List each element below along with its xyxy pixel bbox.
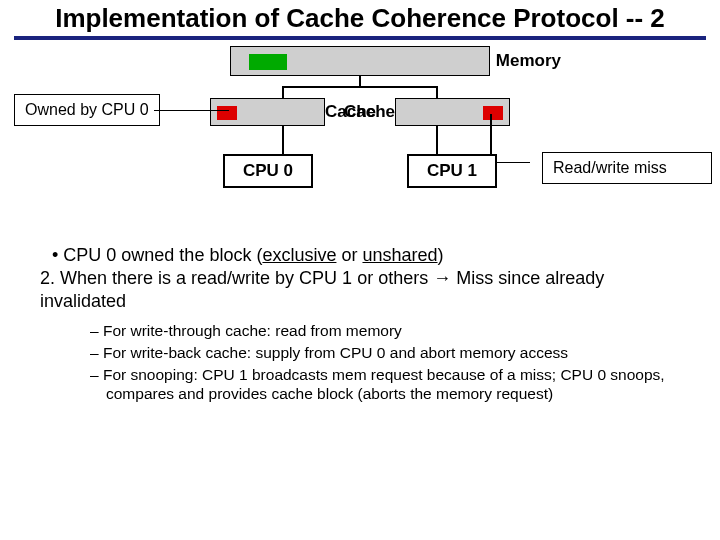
owned-block-icon xyxy=(217,106,237,120)
annotation-line xyxy=(154,110,229,112)
cache0-box: Cache xyxy=(210,98,325,126)
cpu1-box: CPU 1 xyxy=(407,154,497,188)
step-2-text-a: 2. When there is a read/write by CPU 1 o… xyxy=(40,268,433,288)
content-area: CPU 0 owned the block (exclusive or unsh… xyxy=(0,216,720,404)
cache1-label: Cache xyxy=(344,102,395,122)
miss-block-icon xyxy=(483,106,503,120)
sub-item-write-back: For write-back cache: supply from CPU 0 … xyxy=(90,343,690,363)
memory-label: Memory xyxy=(496,51,561,71)
sub-item-write-through: For write-through cache: read from memor… xyxy=(90,321,690,341)
title-underline xyxy=(14,36,706,40)
cache-row: Cache Cache xyxy=(14,98,706,126)
sub-list: For write-through cache: read from memor… xyxy=(90,321,690,404)
step-2: 2. When there is a read/write by CPU 1 o… xyxy=(40,267,690,313)
exclusive-keyword: exclusive xyxy=(262,245,336,265)
memory-row: Memory xyxy=(14,46,706,76)
bus-line xyxy=(282,86,284,98)
bus-line xyxy=(282,86,438,88)
bus-line xyxy=(359,76,361,86)
bullet-1-close: ) xyxy=(438,245,444,265)
bullet-1-text-a: CPU 0 owned the block ( xyxy=(63,245,262,265)
cpu-row: CPU 0 CPU 1 xyxy=(14,154,706,188)
bullet-1: CPU 0 owned the block (exclusive or unsh… xyxy=(52,244,690,267)
memory-box: Memory xyxy=(230,46,490,76)
unshared-keyword: unshared xyxy=(362,245,437,265)
bus-line xyxy=(436,126,438,154)
data-block-icon xyxy=(249,54,287,70)
bullet-1-or: or xyxy=(336,245,362,265)
cpu0-box: CPU 0 xyxy=(223,154,313,188)
sub-item-snooping: For snooping: CPU 1 broadcasts mem reque… xyxy=(90,365,690,405)
diagram-area: Owned by CPU 0 Read/write miss Memory Ca… xyxy=(14,46,706,216)
cache1-box: Cache xyxy=(395,98,510,126)
bus-line xyxy=(436,86,438,98)
bus-line xyxy=(282,126,284,154)
slide-title: Implementation of Cache Coherence Protoc… xyxy=(0,0,720,34)
arrow-icon: → xyxy=(433,268,451,288)
